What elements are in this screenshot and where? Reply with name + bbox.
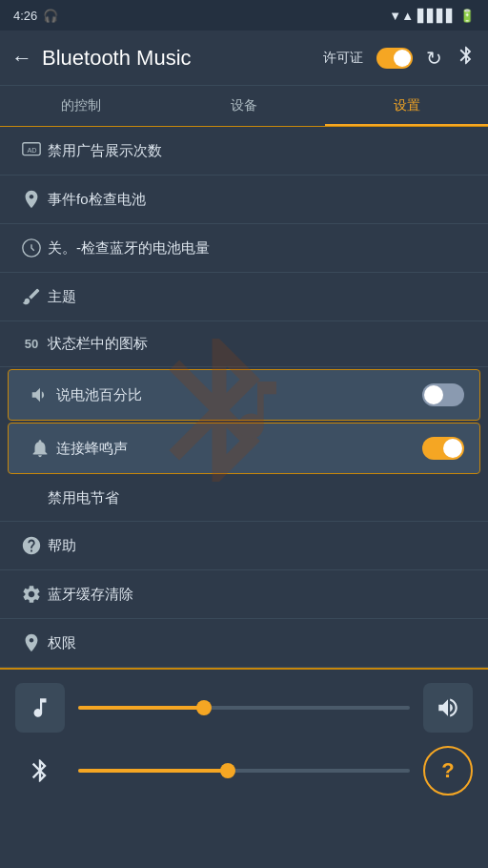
volume-fill bbox=[78, 706, 204, 710]
help-text: 帮助 bbox=[48, 537, 473, 555]
permit-label: 许可证 bbox=[323, 50, 363, 67]
tab-settings[interactable]: 设置 bbox=[325, 86, 488, 126]
headphone-icon: 🎧 bbox=[43, 9, 58, 23]
bluetooth-thumb[interactable] bbox=[220, 763, 235, 778]
battery-percent-icon bbox=[24, 384, 56, 405]
settings-item-status-icon[interactable]: 50 状态栏中的图标 bbox=[0, 321, 488, 367]
tab-device[interactable]: 设备 bbox=[163, 86, 326, 126]
battery-check-icon bbox=[15, 238, 48, 258]
status-bar: 4:26 🎧 ▼▲ ▋▋▋▋ 🔋 bbox=[0, 0, 488, 31]
header: ← Bluetooth Music 许可证 ↻ bbox=[0, 31, 488, 86]
bluetooth-header-icon[interactable] bbox=[456, 45, 477, 72]
help-player-button[interactable]: ? bbox=[423, 746, 473, 796]
disable-save-text: 禁用电节省 bbox=[48, 489, 473, 507]
battery-icon: 🔋 bbox=[459, 9, 475, 23]
wifi-icon: ▼▲ bbox=[389, 9, 414, 23]
battery-percent-toggle-knob bbox=[424, 385, 443, 404]
settings-item-help[interactable]: 帮助 bbox=[0, 522, 488, 570]
back-button[interactable]: ← bbox=[11, 46, 32, 71]
settings-item-ads[interactable]: AD 禁用广告展示次数 bbox=[0, 127, 488, 176]
volume-row bbox=[15, 683, 473, 733]
bluetooth-row: ? bbox=[15, 746, 473, 796]
status-bar-icon: 50 bbox=[15, 337, 48, 351]
status-icon-text: 状态栏中的图标 bbox=[48, 335, 473, 353]
battery-check-text: 关。-检查蓝牙的电池电量 bbox=[48, 239, 473, 258]
status-left: 4:26 🎧 bbox=[13, 9, 58, 23]
bottom-player: ? bbox=[0, 668, 488, 868]
connect-beep-icon bbox=[24, 438, 56, 459]
settings-item-disable-save[interactable]: 禁用电节省 bbox=[0, 476, 488, 522]
volume-thumb[interactable] bbox=[196, 700, 212, 715]
tab-control[interactable]: 的控制 bbox=[0, 86, 163, 126]
connect-beep-toggle[interactable] bbox=[422, 437, 464, 460]
music-note-button[interactable] bbox=[15, 683, 65, 733]
header-actions: 许可证 ↻ bbox=[323, 45, 477, 72]
bluetooth-track bbox=[78, 769, 410, 773]
battery-percent-text: 说电池百分比 bbox=[56, 386, 422, 404]
permit-toggle-knob bbox=[394, 50, 411, 67]
page-title: Bluetooth Music bbox=[42, 46, 323, 71]
event-icon bbox=[15, 189, 48, 210]
status-right: ▼▲ ▋▋▋▋ 🔋 bbox=[389, 9, 475, 23]
settings-item-theme[interactable]: 主题 bbox=[0, 273, 488, 321]
settings-item-battery-percent[interactable]: 说电池百分比 bbox=[8, 369, 480, 421]
theme-text: 主题 bbox=[48, 288, 473, 306]
volume-slider[interactable] bbox=[78, 706, 410, 710]
tabs: 的控制 设备 设置 bbox=[0, 86, 488, 127]
permissions-text: 权限 bbox=[48, 634, 473, 652]
bluetooth-player-icon bbox=[15, 757, 65, 784]
settings-item-connect-beep[interactable]: 连接蜂鸣声 bbox=[8, 423, 480, 474]
settings-item-battery-check[interactable]: 关。-检查蓝牙的电池电量 bbox=[0, 224, 488, 273]
settings-item-event[interactable]: 事件fo检查电池 bbox=[0, 176, 488, 224]
help-icon bbox=[15, 535, 48, 556]
connect-beep-toggle-knob bbox=[443, 439, 462, 458]
connect-beep-text: 连接蜂鸣声 bbox=[56, 440, 422, 458]
theme-icon bbox=[15, 286, 48, 307]
status-time: 4:26 bbox=[13, 9, 37, 23]
svg-text:AD: AD bbox=[27, 146, 36, 155]
permissions-icon bbox=[15, 632, 48, 653]
event-text: 事件fo检查电池 bbox=[48, 191, 473, 209]
volume-track bbox=[78, 706, 410, 710]
ads-icon: AD bbox=[15, 140, 48, 161]
settings-list: AD 禁用广告展示次数 事件fo检查电池 关。-检查蓝牙的电池电量 bbox=[0, 127, 488, 668]
settings-item-bt-cache[interactable]: 蓝牙缓存清除 bbox=[0, 570, 488, 619]
settings-item-permissions[interactable]: 权限 bbox=[0, 619, 488, 668]
ads-text: 禁用广告展示次数 bbox=[48, 142, 473, 160]
bt-cache-text: 蓝牙缓存清除 bbox=[48, 586, 473, 604]
battery-percent-toggle[interactable] bbox=[422, 383, 464, 406]
signal-icon: ▋▋▋▋ bbox=[417, 9, 456, 23]
permit-toggle[interactable] bbox=[376, 48, 413, 69]
bluetooth-slider[interactable] bbox=[78, 769, 410, 773]
bluetooth-fill bbox=[78, 769, 228, 773]
volume-button[interactable] bbox=[423, 683, 473, 733]
bt-cache-icon bbox=[15, 584, 48, 605]
refresh-icon[interactable]: ↻ bbox=[426, 47, 442, 70]
